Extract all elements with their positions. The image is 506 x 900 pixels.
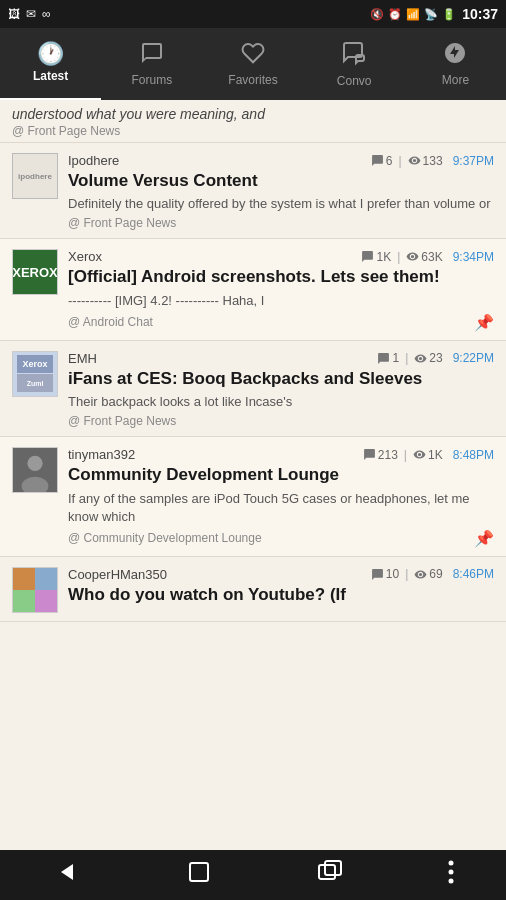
time-ipodhere: 9:37PM xyxy=(453,154,494,168)
svg-point-13 xyxy=(448,879,453,884)
username-tinyman: tinyman392 xyxy=(68,447,135,462)
username-ipodhere: Ipodhere xyxy=(68,153,119,168)
nav-more[interactable]: More xyxy=(405,28,506,100)
pin-icon-tinyman: 📌 xyxy=(474,529,494,548)
view-stat-emh: 23 xyxy=(414,351,442,365)
comment-stat-emh: 1 xyxy=(377,351,399,365)
feed-item-ipodhere[interactable]: ipodhere Ipodhere 6 | 133 xyxy=(0,143,506,239)
item-body-ipodhere: Ipodhere 6 | 133 9:37PM Vol xyxy=(68,153,494,230)
forum-xerox: @ Android Chat 📌 xyxy=(68,313,494,332)
avatar-emh: Xerox Zuml xyxy=(12,351,58,397)
stats-xerox: 1K | 63K 9:34PM xyxy=(361,250,494,264)
partial-forum: @ Front Page News xyxy=(12,124,494,138)
nav-forums-label: Forums xyxy=(131,73,172,87)
title-ipodhere: Volume Versus Content xyxy=(68,170,494,191)
svg-rect-10 xyxy=(325,861,341,875)
forum-ipodhere: @ Front Page News xyxy=(68,216,494,230)
more-icon xyxy=(443,41,467,69)
preview-tinyman: If any of the samples are iPod Touch 5G … xyxy=(68,490,494,526)
voicemail-icon: ∞ xyxy=(42,7,51,21)
partial-text: understood what you were meaning, and xyxy=(12,106,494,122)
svg-rect-5 xyxy=(35,568,57,590)
clock: 10:37 xyxy=(462,6,498,22)
convo-icon xyxy=(341,40,367,70)
username-xerox: Xerox xyxy=(68,249,102,264)
home-button[interactable] xyxy=(166,851,232,899)
comment-stat-cooper: 10 xyxy=(371,567,399,581)
recent-apps-button[interactable] xyxy=(297,851,363,899)
forum-tinyman: @ Community Development Lounge 📌 xyxy=(68,529,494,548)
comment-stat-tinyman: 213 xyxy=(363,448,398,462)
view-stat-xerox: 63K xyxy=(406,250,442,264)
mail-icon: ✉ xyxy=(26,7,36,21)
alarm-icon: ⏰ xyxy=(388,8,402,21)
stats-tinyman: 213 | 1K 8:48PM xyxy=(363,448,494,462)
nav-convo-label: Convo xyxy=(337,74,372,88)
nav-bar: 🕐 Latest Forums Favorites Convo xyxy=(0,28,506,100)
forum-emh: @ Front Page News xyxy=(68,414,494,428)
menu-dots-button[interactable] xyxy=(428,851,474,899)
nav-latest[interactable]: 🕐 Latest xyxy=(0,28,101,100)
image-icon: 🖼 xyxy=(8,7,20,21)
svg-rect-4 xyxy=(13,568,35,590)
view-stat-ipodhere: 133 xyxy=(408,154,443,168)
time-xerox: 9:34PM xyxy=(453,250,494,264)
title-tinyman: Community Development Lounge xyxy=(68,464,494,485)
mute-icon: 🔇 xyxy=(370,8,384,21)
nav-more-label: More xyxy=(442,73,469,87)
title-xerox: [Official] Android screenshots. Lets see… xyxy=(68,266,494,287)
preview-emh: Their backpack looks a lot like Incase's xyxy=(68,393,494,411)
avatar-cooper xyxy=(12,567,58,613)
view-stat-tinyman: 1K xyxy=(413,448,443,462)
clock-icon: 🕐 xyxy=(37,43,64,65)
item-body-tinyman: tinyman392 213 | 1K 8:48PM xyxy=(68,447,494,548)
feed: understood what you were meaning, and @ … xyxy=(0,100,506,850)
feed-item-cooper[interactable]: CooperHMan350 10 | 69 8:46PM xyxy=(0,557,506,622)
view-stat-cooper: 69 xyxy=(414,567,442,581)
preview-ipodhere: Definitely the quality offered by the sy… xyxy=(68,195,494,213)
nav-favorites[interactable]: Favorites xyxy=(202,28,303,100)
wifi-icon: 📶 xyxy=(406,8,420,21)
svg-point-12 xyxy=(448,870,453,875)
feed-item-emh[interactable]: Xerox Zuml EMH 1 | xyxy=(0,341,506,437)
title-cooper: Who do you watch on Youtube? (If xyxy=(68,584,494,605)
nav-forums[interactable]: Forums xyxy=(101,28,202,100)
signal-icon: 📡 xyxy=(424,8,438,21)
avatar-xerox: XEROX xyxy=(12,249,58,295)
stats-cooper: 10 | 69 8:46PM xyxy=(371,567,494,581)
username-cooper: CooperHMan350 xyxy=(68,567,167,582)
bottom-bar xyxy=(0,850,506,900)
time-cooper: 8:46PM xyxy=(453,567,494,581)
avatar-tinyman xyxy=(12,447,58,493)
status-bar: 🖼 ✉ ∞ 🔇 ⏰ 📶 📡 🔋 10:37 xyxy=(0,0,506,28)
preview-xerox: ---------- [IMG] 4.2! ---------- Haha, I xyxy=(68,292,494,310)
status-icons-right: 🔇 ⏰ 📶 📡 🔋 10:37 xyxy=(370,6,498,22)
stats-emh: 1 | 23 9:22PM xyxy=(377,351,494,365)
heart-icon xyxy=(241,41,265,69)
username-emh: EMH xyxy=(68,351,97,366)
svg-rect-9 xyxy=(319,865,335,879)
svg-rect-7 xyxy=(35,590,57,612)
nav-favorites-label: Favorites xyxy=(228,73,277,87)
feed-item-tinyman[interactable]: tinyman392 213 | 1K 8:48PM xyxy=(0,437,506,557)
item-body-xerox: Xerox 1K | 63K 9:34PM [Offi xyxy=(68,249,494,331)
title-emh: iFans at CES: Booq Backpacks and Sleeves xyxy=(68,368,494,389)
status-icons-left: 🖼 ✉ ∞ xyxy=(8,7,51,21)
item-body-emh: EMH 1 | 23 9:22PM iFans at xyxy=(68,351,494,428)
item-body-cooper: CooperHMan350 10 | 69 8:46PM xyxy=(68,567,494,609)
svg-point-11 xyxy=(448,861,453,866)
nav-latest-label: Latest xyxy=(33,69,68,83)
svg-rect-8 xyxy=(190,863,208,881)
avatar-ipodhere: ipodhere xyxy=(12,153,58,199)
nav-convo[interactable]: Convo xyxy=(304,28,405,100)
comment-stat-ipodhere: 6 xyxy=(371,154,393,168)
battery-icon: 🔋 xyxy=(442,8,456,21)
partial-item[interactable]: understood what you were meaning, and @ … xyxy=(0,100,506,143)
stats-ipodhere: 6 | 133 9:37PM xyxy=(371,154,494,168)
back-button[interactable] xyxy=(33,850,101,900)
feed-item-xerox[interactable]: XEROX Xerox 1K | 63K 9 xyxy=(0,239,506,340)
time-tinyman: 8:48PM xyxy=(453,448,494,462)
svg-rect-6 xyxy=(13,590,35,612)
time-emh: 9:22PM xyxy=(453,351,494,365)
forums-icon xyxy=(140,41,164,69)
